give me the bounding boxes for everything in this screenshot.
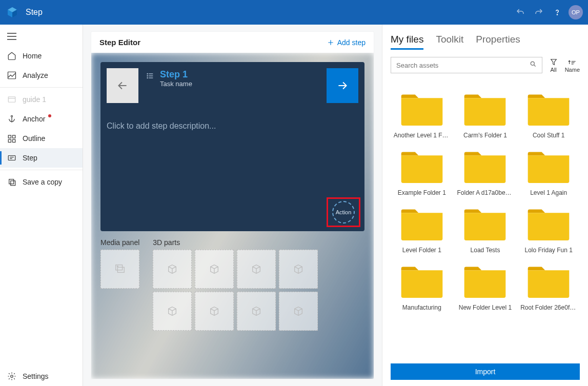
sidebar-item-outline[interactable]: Outline bbox=[0, 129, 83, 148]
undo-icon[interactable] bbox=[513, 5, 528, 19]
anchor-icon bbox=[7, 114, 16, 124]
analyze-icon bbox=[7, 71, 16, 80]
action-dropzone[interactable]: Action bbox=[332, 201, 355, 224]
folder-item[interactable]: Level Folder 1 bbox=[394, 207, 450, 254]
parts-slot[interactable] bbox=[153, 250, 192, 289]
sidebar-item-label: Outline bbox=[23, 134, 45, 143]
sidebar-item-anchor[interactable]: Anchor bbox=[0, 109, 83, 129]
folder-item[interactable]: New Folder Level 1 bbox=[457, 264, 513, 311]
filter-all[interactable]: All bbox=[550, 57, 558, 73]
media-slot[interactable] bbox=[100, 250, 139, 289]
task-name[interactable]: Task name bbox=[160, 80, 192, 88]
folders-grid: Another Level 1 FolderCarm's Folder 1Coo… bbox=[391, 73, 580, 360]
folder-item[interactable]: Level 1 Again bbox=[520, 149, 577, 196]
folder-name: New Folder Level 1 bbox=[457, 304, 513, 311]
folder-item[interactable]: Root Folder 26e0f22... bbox=[520, 264, 577, 311]
sidebar-item-label: Anchor bbox=[23, 115, 45, 123]
help-icon[interactable] bbox=[550, 5, 564, 19]
left-sidebar: Home Analyze guide 1 Anchor Outline Step… bbox=[0, 25, 83, 386]
sidebar-item-label: Save a copy bbox=[23, 178, 62, 186]
sidebar-item-label: Analyze bbox=[23, 71, 48, 79]
tab-properties[interactable]: Properties bbox=[476, 34, 520, 50]
step-name[interactable]: Step 1 bbox=[160, 69, 192, 80]
folder-name: Folder A d17a0bee-d... bbox=[457, 189, 513, 196]
add-step-button[interactable]: Add step bbox=[327, 38, 366, 47]
sidebar-item-settings[interactable]: Settings bbox=[0, 367, 83, 386]
folder-item[interactable]: Another Level 1 Folder bbox=[394, 92, 450, 139]
folder-item[interactable]: Cool Stuff 1 bbox=[520, 92, 577, 139]
list-icon bbox=[146, 71, 155, 80]
step-icon bbox=[7, 153, 16, 162]
folder-name: Load Tests bbox=[457, 247, 513, 254]
folder-item[interactable]: Example Folder 1 bbox=[394, 149, 450, 196]
folder-item[interactable]: Lolo Friday Fun 1 bbox=[520, 207, 577, 254]
svg-rect-15 bbox=[13, 139, 15, 142]
parts-slot[interactable] bbox=[279, 292, 318, 331]
tab-my-files[interactable]: My files bbox=[391, 34, 423, 50]
sidebar-item-save-copy[interactable]: Save a copy bbox=[0, 172, 83, 192]
import-button[interactable]: Import bbox=[391, 363, 580, 380]
parts-slot[interactable] bbox=[237, 292, 276, 331]
menu-toggle[interactable] bbox=[0, 29, 83, 46]
step-editor-panel: Step Editor Add step bbox=[91, 32, 374, 379]
folder-name: Cool Stuff 1 bbox=[520, 132, 577, 139]
guide-icon bbox=[7, 95, 16, 104]
header-actions: OP bbox=[513, 5, 583, 19]
search-input[interactable] bbox=[396, 62, 530, 69]
folder-item[interactable]: Folder A d17a0bee-d... bbox=[457, 149, 513, 196]
sort-name[interactable]: Name bbox=[565, 57, 580, 73]
step-card: Step 1 Task name Click to add step descr… bbox=[100, 62, 364, 231]
search-field[interactable] bbox=[391, 57, 542, 73]
editor-header: Step Editor Add step bbox=[91, 32, 374, 53]
sidebar-item-analyze[interactable]: Analyze bbox=[0, 66, 83, 85]
svg-rect-8 bbox=[8, 97, 15, 103]
svg-point-30 bbox=[147, 77, 148, 78]
sidebar-item-home[interactable]: Home bbox=[0, 46, 83, 66]
svg-point-51 bbox=[531, 62, 534, 65]
tab-toolkit[interactable]: Toolkit bbox=[436, 34, 463, 50]
svg-rect-16 bbox=[8, 156, 15, 160]
media-panel: Media panel bbox=[100, 238, 139, 331]
parts-slot[interactable] bbox=[153, 292, 192, 331]
parts-slot[interactable] bbox=[279, 250, 318, 289]
parts-slot[interactable] bbox=[195, 292, 234, 331]
action-slot-highlight: Action bbox=[327, 197, 360, 227]
svg-point-10 bbox=[11, 115, 13, 117]
folder-name: Level 1 Again bbox=[520, 189, 577, 196]
svg-rect-19 bbox=[9, 179, 14, 184]
editor-container: Step Editor Add step bbox=[83, 25, 382, 386]
next-step-button[interactable] bbox=[327, 68, 358, 103]
search-icon[interactable] bbox=[530, 60, 537, 70]
sidebar-item-guide[interactable]: guide 1 bbox=[0, 90, 83, 109]
sort-icon bbox=[565, 57, 580, 67]
user-avatar[interactable]: OP bbox=[569, 5, 583, 19]
add-step-label: Add step bbox=[337, 38, 366, 47]
folder-item[interactable]: Load Tests bbox=[457, 207, 513, 254]
svg-rect-20 bbox=[11, 181, 15, 186]
svg-point-34 bbox=[117, 266, 118, 267]
svg-rect-13 bbox=[13, 135, 15, 138]
parts-slot[interactable] bbox=[237, 250, 276, 289]
folder-name: Another Level 1 Folder bbox=[394, 132, 450, 139]
action-label: Action bbox=[336, 209, 352, 215]
sidebar-item-step[interactable]: Step bbox=[0, 148, 83, 168]
step-description-input[interactable]: Click to add step description... bbox=[100, 109, 364, 131]
folder-name: Level Folder 1 bbox=[394, 247, 450, 254]
app-logo-icon bbox=[5, 5, 19, 19]
sidebar-item-label: Step bbox=[23, 154, 37, 162]
svg-point-28 bbox=[147, 73, 148, 74]
folder-item[interactable]: Manufacturing bbox=[394, 264, 450, 311]
gear-icon bbox=[7, 372, 16, 381]
app-header: Step OP bbox=[0, 0, 588, 25]
sidebar-item-label: Home bbox=[23, 52, 42, 60]
prev-step-button[interactable] bbox=[107, 68, 138, 103]
folder-item[interactable]: Carm's Folder 1 bbox=[457, 92, 513, 139]
parts-slot[interactable] bbox=[195, 250, 234, 289]
filter-icon bbox=[550, 57, 558, 67]
svg-point-29 bbox=[147, 75, 148, 76]
svg-point-3 bbox=[557, 14, 557, 15]
redo-icon[interactable] bbox=[532, 5, 546, 19]
folder-name: Carm's Folder 1 bbox=[457, 132, 513, 139]
right-tabs: My files Toolkit Properties bbox=[391, 25, 580, 54]
save-copy-icon bbox=[7, 177, 16, 187]
